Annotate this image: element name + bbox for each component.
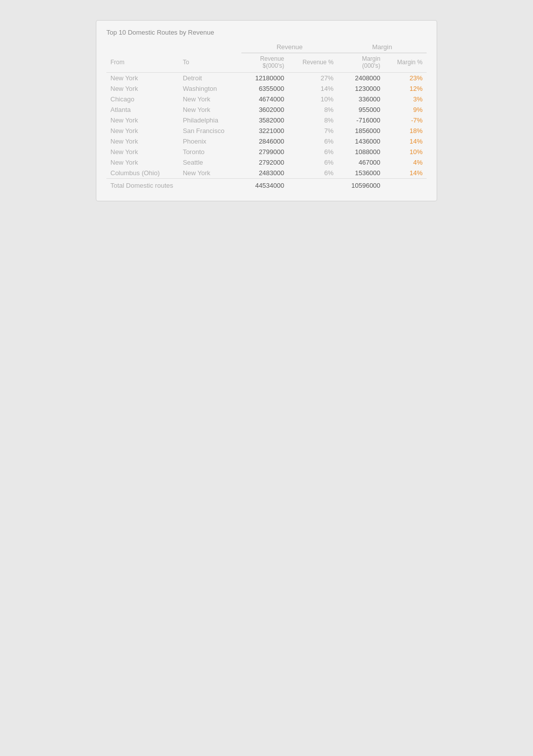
to-cell: Detroit bbox=[179, 73, 241, 84]
table-row: New York Toronto 2799000 6% 1088000 10% bbox=[106, 147, 427, 157]
margin-cell: -716000 bbox=[338, 115, 384, 125]
total-rev-pct bbox=[288, 179, 337, 191]
from-cell: New York bbox=[106, 83, 179, 94]
margin-pct-cell: 14% bbox=[384, 168, 427, 179]
revenue-pct-cell: 10% bbox=[288, 94, 337, 104]
to-cell: New York bbox=[179, 104, 241, 115]
from-cell: Columbus (Ohio) bbox=[106, 168, 179, 179]
from-cell: Atlanta bbox=[106, 104, 179, 115]
revenue-pct-cell: 6% bbox=[288, 136, 337, 147]
margin-pct-cell: 4% bbox=[384, 157, 427, 168]
margin-cell: 1088000 bbox=[338, 147, 384, 157]
to-cell: San Francisco bbox=[179, 125, 241, 136]
margin-cell: 2408000 bbox=[338, 73, 384, 84]
from-cell: New York bbox=[106, 125, 179, 136]
table-row: Chicago New York 4674000 10% 336000 3% bbox=[106, 94, 427, 104]
group-header-row: Revenue Margin bbox=[106, 42, 427, 53]
revenue-cell: 2792000 bbox=[241, 157, 288, 168]
margin-cell: 955000 bbox=[338, 104, 384, 115]
table-row: Atlanta New York 3602000 8% 955000 9% bbox=[106, 104, 427, 115]
margin-pct-cell: 12% bbox=[384, 83, 427, 94]
table-row: New York Phoenix 2846000 6% 1436000 14% bbox=[106, 136, 427, 147]
margin-pct-cell: 18% bbox=[384, 125, 427, 136]
from-group-header bbox=[106, 42, 179, 53]
sub-header-row: From To Revenue$(000's) Revenue % Margin… bbox=[106, 53, 427, 73]
revenue-group-header: Revenue bbox=[241, 42, 338, 53]
revenue-cell: 2846000 bbox=[241, 136, 288, 147]
revenue-pct-cell: 6% bbox=[288, 157, 337, 168]
to-cell: Seattle bbox=[179, 157, 241, 168]
from-sub-header: From bbox=[106, 53, 179, 73]
table-row: New York San Francisco 3221000 7% 185600… bbox=[106, 125, 427, 136]
margin-cell: 1230000 bbox=[338, 83, 384, 94]
to-group-header bbox=[179, 42, 241, 53]
revenue-cell: 3602000 bbox=[241, 104, 288, 115]
revenue-pct-cell: 6% bbox=[288, 147, 337, 157]
revenue-cell: 4674000 bbox=[241, 94, 288, 104]
table-row: New York Seattle 2792000 6% 467000 4% bbox=[106, 157, 427, 168]
margin-dollars-sub-header: Margin(000's) bbox=[338, 53, 384, 73]
revenue-cell: 2799000 bbox=[241, 147, 288, 157]
revenue-pct-cell: 8% bbox=[288, 104, 337, 115]
from-cell: New York bbox=[106, 115, 179, 125]
to-cell: Toronto bbox=[179, 147, 241, 157]
margin-pct-cell: 23% bbox=[384, 73, 427, 84]
to-cell: Phoenix bbox=[179, 136, 241, 147]
table-row: New York Washington 6355000 14% 1230000 … bbox=[106, 83, 427, 94]
revenue-pct-sub-header: Revenue % bbox=[288, 53, 337, 73]
to-cell: New York bbox=[179, 94, 241, 104]
total-label: Total Domestic routes bbox=[106, 179, 241, 191]
report-title: Top 10 Domestic Routes by Revenue bbox=[106, 29, 427, 36]
revenue-dollars-sub-header: Revenue$(000's) bbox=[241, 53, 288, 73]
revenue-cell: 3582000 bbox=[241, 115, 288, 125]
total-margin-pct bbox=[384, 179, 427, 191]
from-cell: New York bbox=[106, 136, 179, 147]
margin-pct-cell: 14% bbox=[384, 136, 427, 147]
from-cell: New York bbox=[106, 147, 179, 157]
revenue-pct-cell: 14% bbox=[288, 83, 337, 94]
revenue-cell: 3221000 bbox=[241, 125, 288, 136]
margin-pct-sub-header: Margin % bbox=[384, 53, 427, 73]
table-body: New York Detroit 12180000 27% 2408000 23… bbox=[106, 73, 427, 191]
from-cell: New York bbox=[106, 157, 179, 168]
report-container: Top 10 Domestic Routes by Revenue Revenu… bbox=[96, 20, 437, 201]
margin-group-header: Margin bbox=[338, 42, 427, 53]
to-cell: Philadelphia bbox=[179, 115, 241, 125]
total-row: Total Domestic routes 44534000 10596000 bbox=[106, 179, 427, 191]
revenue-cell: 6355000 bbox=[241, 83, 288, 94]
table-row: Columbus (Ohio) New York 2483000 6% 1536… bbox=[106, 168, 427, 179]
routes-table: Revenue Margin From To Revenue$(000's) R… bbox=[106, 42, 427, 191]
revenue-cell: 12180000 bbox=[241, 73, 288, 84]
to-sub-header: To bbox=[179, 53, 241, 73]
from-cell: New York bbox=[106, 73, 179, 84]
revenue-pct-cell: 6% bbox=[288, 168, 337, 179]
to-cell: New York bbox=[179, 168, 241, 179]
revenue-pct-cell: 7% bbox=[288, 125, 337, 136]
margin-pct-cell: 3% bbox=[384, 94, 427, 104]
to-cell: Washington bbox=[179, 83, 241, 94]
from-cell: Chicago bbox=[106, 94, 179, 104]
margin-cell: 467000 bbox=[338, 157, 384, 168]
margin-pct-cell: 10% bbox=[384, 147, 427, 157]
total-revenue: 44534000 bbox=[241, 179, 288, 191]
margin-cell: 1856000 bbox=[338, 125, 384, 136]
revenue-pct-cell: 8% bbox=[288, 115, 337, 125]
margin-pct-cell: -7% bbox=[384, 115, 427, 125]
total-margin: 10596000 bbox=[338, 179, 384, 191]
table-row: New York Detroit 12180000 27% 2408000 23… bbox=[106, 73, 427, 84]
margin-cell: 1436000 bbox=[338, 136, 384, 147]
revenue-pct-cell: 27% bbox=[288, 73, 337, 84]
revenue-cell: 2483000 bbox=[241, 168, 288, 179]
margin-cell: 336000 bbox=[338, 94, 384, 104]
margin-cell: 1536000 bbox=[338, 168, 384, 179]
table-row: New York Philadelphia 3582000 8% -716000… bbox=[106, 115, 427, 125]
margin-pct-cell: 9% bbox=[384, 104, 427, 115]
